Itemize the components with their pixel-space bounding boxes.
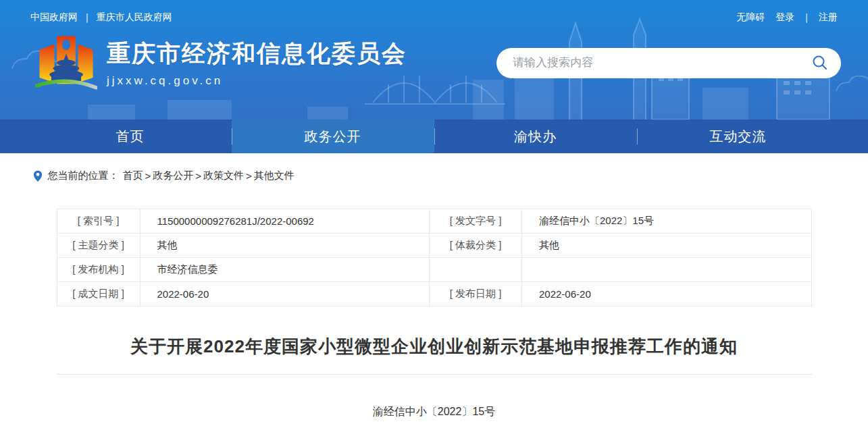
article-title: 关于开展2022年度国家小型微型企业创业创新示范基地申报推荐工作的通知: [29, 335, 840, 358]
search-icon: [811, 54, 829, 72]
meta-value-written-date: 2022-06-20: [140, 282, 430, 306]
meta-label-empty: [430, 258, 522, 282]
accessibility-link[interactable]: 无障碍: [736, 11, 765, 24]
meta-value-index-no: 11500000009276281J/2022-00692: [140, 209, 430, 234]
breadcrumb-policy-files[interactable]: 政策文件: [203, 169, 244, 182]
search-box: [496, 48, 841, 78]
login-link[interactable]: 登录: [775, 11, 794, 24]
breadcrumb-label: 您当前的位置：: [48, 169, 119, 182]
link-chongqing-gov[interactable]: 重庆市人民政府网: [97, 11, 172, 24]
nav-item-home[interactable]: 首页: [29, 119, 232, 153]
meta-value-issuing-agency: 市经济信息委: [140, 258, 430, 282]
meta-value-topic-class: 其他: [140, 234, 430, 258]
table-row: [ 成文日期 ] 2022-06-20 [ 发布日期 ] 2022-06-20: [57, 282, 811, 306]
breadcrumb-home[interactable]: 首页: [123, 169, 143, 182]
brand-text: 重庆市经济和信息化委员会 jjxxw.cq.gov.cn: [107, 38, 407, 88]
location-pin-icon: [33, 170, 43, 182]
breadcrumb-gov-disclosure[interactable]: 政务公开: [153, 169, 193, 182]
meta-label-index-no: [ 索引号 ]: [57, 209, 140, 234]
article-doc-number: 渝经信中小〔2022〕15号: [29, 405, 840, 419]
top-links-separator: |: [86, 12, 88, 23]
title-divider: [57, 374, 812, 375]
meta-value-publish-date: 2022-06-20: [522, 282, 812, 306]
search-input[interactable]: [513, 56, 811, 70]
table-row: [ 主题分类 ] 其他 [ 体裁分类 ] 其他: [57, 234, 811, 258]
link-china-gov[interactable]: 中国政府网: [30, 11, 78, 24]
top-links-right: 无障碍 登录 | 注册: [736, 11, 838, 24]
meta-label-doc-symbol: [ 发文字号 ]: [430, 209, 522, 234]
meta-label-publish-date: [ 发布日期 ]: [430, 282, 522, 306]
meta-label-written-date: [ 成文日期 ]: [57, 282, 140, 306]
nav-item-interaction[interactable]: 互动交流: [637, 119, 840, 153]
site-title: 重庆市经济和信息化委员会: [107, 38, 407, 70]
table-row: [ 索引号 ] 11500000009276281J/2022-00692 [ …: [57, 209, 811, 234]
breadcrumb: 您当前的位置： 首页 > 政务公开 > 政策文件 > 其他文件: [29, 153, 840, 182]
nav-item-yukuaiban[interactable]: 渝快办: [434, 119, 637, 153]
table-row: [ 发布机构 ] 市经济信息委: [57, 258, 811, 282]
breadcrumb-separator: >: [246, 170, 252, 182]
site-url: jjxxw.cq.gov.cn: [107, 74, 407, 88]
site-header: 中国政府网 | 重庆市人民政府网 无障碍 登录 | 注册: [0, 0, 868, 119]
meta-value-doc-symbol: 渝经信中小〔2022〕15号: [522, 209, 812, 234]
brand: 重庆市经济和信息化委员会 jjxxw.cq.gov.cn: [35, 32, 407, 93]
search-button[interactable]: [811, 54, 829, 72]
meta-value-empty: [522, 258, 812, 282]
meta-label-genre-class: [ 体裁分类 ]: [430, 234, 522, 258]
nav-item-gov-disclosure[interactable]: 政务公开: [232, 119, 434, 153]
breadcrumb-separator: >: [195, 170, 201, 182]
meta-label-topic-class: [ 主题分类 ]: [57, 234, 140, 258]
meta-value-genre-class: 其他: [522, 234, 812, 258]
breadcrumb-other-files[interactable]: 其他文件: [254, 169, 295, 182]
register-link[interactable]: 注册: [819, 11, 838, 24]
main-content: 您当前的位置： 首页 > 政务公开 > 政策文件 > 其他文件 [ 索引号 ] …: [29, 153, 840, 419]
top-links-separator: |: [805, 12, 808, 23]
document-meta-table: [ 索引号 ] 11500000009276281J/2022-00692 [ …: [57, 209, 812, 306]
brand-row: 重庆市经济和信息化委员会 jjxxw.cq.gov.cn: [0, 32, 868, 93]
top-links-left: 中国政府网 | 重庆市人民政府网: [30, 11, 172, 24]
top-links-bar: 中国政府网 | 重庆市人民政府网 无障碍 登录 | 注册: [0, 0, 868, 24]
main-nav: 首页 政务公开 渝快办 互动交流: [0, 119, 868, 153]
meta-label-issuing-agency: [ 发布机构 ]: [57, 258, 140, 282]
breadcrumb-separator: >: [145, 170, 151, 182]
site-logo-icon[interactable]: [35, 32, 97, 93]
